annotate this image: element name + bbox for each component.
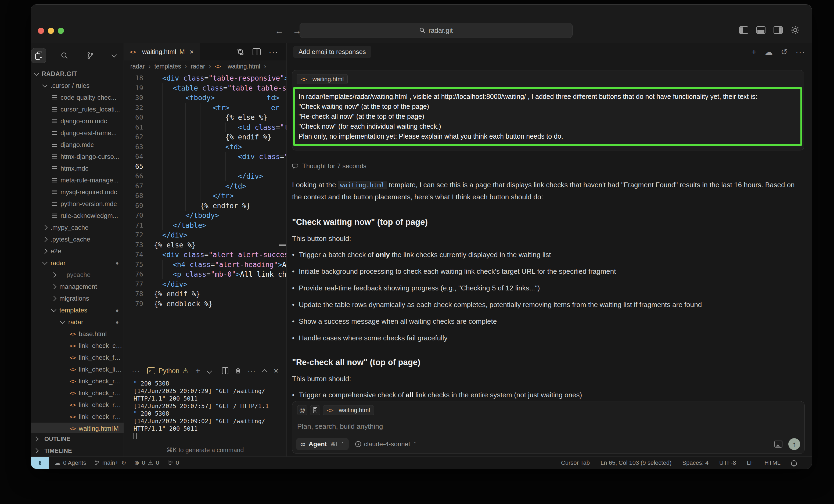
- agent-mode-selector[interactable]: ∞ Agent ⌘I ⌃: [296, 438, 349, 450]
- tree-item-templates[interactable]: templates●: [31, 304, 124, 316]
- tree-item-migrations[interactable]: migrations: [31, 292, 124, 304]
- tree-item-python-version-mdc[interactable]: python-version.mdc: [31, 198, 124, 210]
- terminal-dropdown-icon[interactable]: [206, 368, 212, 374]
- tree-item-link-check-form-[interactable]: <>link_check_form...: [31, 352, 124, 364]
- tree-item-django-rest-frame-[interactable]: django-rest-frame...: [31, 127, 124, 139]
- tree-item-link-check-resul-[interactable]: <>link_check_resul...: [31, 411, 124, 423]
- code-editor[interactable]: 18<div class="table-responsive">19<table…: [124, 72, 286, 363]
- attach-image-icon[interactable]: [774, 441, 783, 447]
- model-selector[interactable]: claude-4-sonnet ⌃: [355, 440, 417, 448]
- back-button[interactable]: ←: [275, 26, 283, 36]
- tree-item--mypy-cache[interactable]: .mypy_cache: [31, 222, 124, 234]
- kill-terminal-trash-icon[interactable]: [235, 367, 241, 374]
- outline-section[interactable]: OUTLINE: [31, 433, 124, 445]
- terminal-output[interactable]: " 200 5308[14/Jun/2025 20:07:29] "GET /w…: [124, 378, 286, 457]
- split-terminal-icon[interactable]: [222, 367, 228, 374]
- tree-item-link-check-confi-[interactable]: <>link_check_confi...: [31, 340, 124, 352]
- tree-item-htmx-mdc[interactable]: htmx.mdc: [31, 162, 124, 174]
- tab-waiting-html[interactable]: <> waiting.html M ×: [124, 43, 200, 61]
- settings-gear-icon[interactable]: [791, 25, 800, 35]
- tree-item-django-orm-mdc[interactable]: django-orm.mdc: [31, 115, 124, 127]
- tree-item-waiting-html[interactable]: <>waiting.htmlM: [31, 423, 124, 433]
- tree-item-link-check-resul-[interactable]: <>link_check_resul...: [31, 387, 124, 399]
- command-center-search[interactable]: radar.git: [300, 23, 573, 38]
- maximize-panel-icon[interactable]: [262, 369, 268, 374]
- chat-tab[interactable]: Add emoji to responses: [293, 46, 371, 58]
- chat-input-box[interactable]: @ <> waiting.html Plan, search, build an…: [292, 401, 805, 454]
- toggle-left-panel-icon[interactable]: [739, 26, 748, 34]
- chat-input-placeholder[interactable]: Plan, search, build anything: [297, 422, 799, 431]
- git-branch-status[interactable]: main+ ↻: [94, 459, 126, 466]
- code-line-75: 75<h4 class="alert-heading">All Caught U…: [124, 260, 286, 270]
- tree-item-link-check-resul-[interactable]: <>link_check_resul...: [31, 375, 124, 387]
- new-chat-icon[interactable]: +: [751, 47, 756, 57]
- git-compare-icon[interactable]: [237, 48, 244, 56]
- tree-item-meta-rule-manage-[interactable]: meta-rule-manage...: [31, 174, 124, 186]
- tree-item--pycache-[interactable]: __pycache__: [31, 269, 124, 281]
- views-chevron-icon[interactable]: [109, 48, 124, 63]
- tree-item-link-check-resul-[interactable]: <>link_check_resul...: [31, 399, 124, 411]
- explorer-files-icon[interactable]: [31, 48, 46, 63]
- attach-file-button[interactable]: [310, 405, 320, 415]
- terminal-tab-label: Python: [158, 367, 179, 375]
- language-mode-status[interactable]: HTML: [764, 459, 781, 466]
- notifications-bell-icon[interactable]: [791, 460, 797, 465]
- tree-item-base-html[interactable]: <>base.html: [31, 328, 124, 340]
- terminal-more-icon[interactable]: ···: [247, 367, 256, 375]
- problems-status[interactable]: ⊗ 0 ⚠ 0: [134, 459, 159, 466]
- chat-conversation[interactable]: <> waiting.html In radar/templates/radar…: [287, 61, 812, 457]
- terminal-left-more-icon[interactable]: ···: [132, 367, 140, 375]
- timeline-section[interactable]: TIMELINE: [31, 445, 124, 457]
- breadcrumb-item[interactable]: templates: [154, 63, 181, 70]
- add-context-at-button[interactable]: @: [297, 405, 307, 415]
- tree-item-code-quality-chec-[interactable]: code-quality-chec...: [31, 92, 124, 104]
- toggle-bottom-panel-icon[interactable]: [756, 26, 766, 34]
- send-button[interactable]: ↑: [788, 438, 800, 450]
- project-root[interactable]: RADAR.GIT: [31, 68, 124, 80]
- breadcrumb-item[interactable]: waiting.html: [227, 63, 260, 70]
- tree-item-management[interactable]: management: [31, 281, 124, 292]
- tree-item-django-mdc[interactable]: django.mdc: [31, 139, 124, 151]
- tree-item-mysql-required-mdc[interactable]: mysql-required.mdc: [31, 186, 124, 198]
- cursor-position-status[interactable]: Ln 65, Col 103 (9 selected): [600, 459, 672, 466]
- minimize-window-button[interactable]: [48, 28, 54, 34]
- editor-more-actions-icon[interactable]: ···: [269, 47, 278, 57]
- tree-item-rule-acknowledgm-[interactable]: rule-acknowledgm...: [31, 210, 124, 222]
- tree-item-radar[interactable]: radar●: [31, 257, 124, 269]
- input-context-file-chip[interactable]: <> waiting.html: [323, 405, 374, 415]
- toggle-right-panel-icon[interactable]: [773, 26, 783, 34]
- breadcrumb-separator: ›: [209, 63, 211, 70]
- close-tab-icon[interactable]: ×: [190, 48, 194, 56]
- breadcrumb-item[interactable]: radar: [191, 63, 205, 70]
- cursor-tab-status[interactable]: Cursor Tab: [561, 459, 590, 466]
- history-icon[interactable]: ↺: [781, 47, 788, 57]
- tree-item--cursor-rules[interactable]: .cursor / rules: [31, 80, 124, 92]
- tree-item--pytest-cache[interactable]: .pytest_cache: [31, 234, 124, 245]
- file-lines-icon: [52, 119, 57, 123]
- tree-item-link-check-list-h-[interactable]: <>link_check_list.h...: [31, 364, 124, 375]
- ports-status[interactable]: 0: [167, 459, 179, 466]
- indentation-status[interactable]: Spaces: 4: [682, 459, 708, 466]
- close-window-button[interactable]: [38, 28, 44, 34]
- tree-item-htmx-django-curso-[interactable]: htmx-django-curso...: [31, 151, 124, 162]
- remote-indicator[interactable]: [31, 457, 49, 469]
- thought-row[interactable]: Thought for 7 seconds: [292, 162, 804, 170]
- tree-item-cursor-rules-locati-[interactable]: cursor_rules_locati...: [31, 104, 124, 115]
- cloud-icon[interactable]: ☁: [765, 47, 773, 57]
- tree-item-radar[interactable]: radar●: [31, 316, 124, 328]
- zoom-window-button[interactable]: [58, 28, 64, 34]
- terminal-tab-python[interactable]: >_ Python ⚠: [147, 367, 188, 375]
- tree-item-label: management: [59, 283, 97, 290]
- encoding-status[interactable]: UTF-8: [719, 459, 736, 466]
- chat-more-icon[interactable]: ···: [795, 47, 805, 57]
- source-control-icon[interactable]: [83, 48, 98, 63]
- eol-status[interactable]: LF: [747, 459, 754, 466]
- new-terminal-icon[interactable]: +: [195, 366, 200, 376]
- tree-item-e2e[interactable]: e2e: [31, 245, 124, 257]
- close-panel-icon[interactable]: ×: [273, 366, 278, 375]
- split-editor-icon[interactable]: [253, 48, 261, 56]
- context-file-chip[interactable]: <> waiting.html: [297, 74, 348, 84]
- agents-status[interactable]: ☁ 0 Agents: [54, 459, 86, 466]
- breadcrumb-item[interactable]: radar: [130, 63, 145, 70]
- search-sidebar-icon[interactable]: [57, 48, 72, 63]
